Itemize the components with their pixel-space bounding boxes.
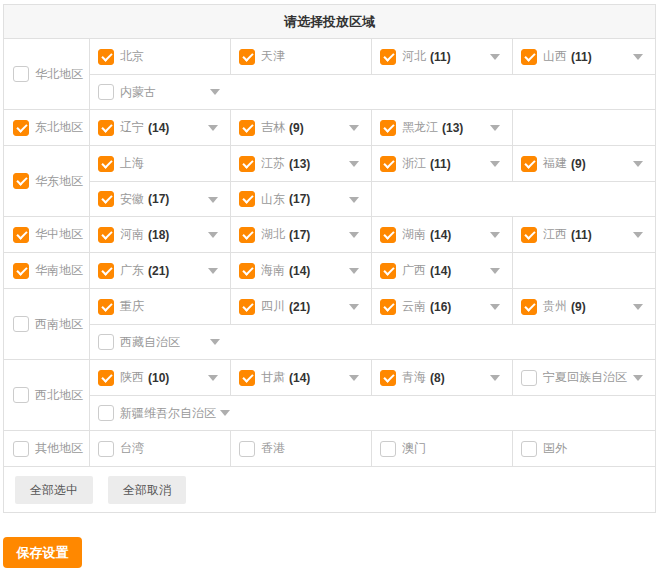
dropdown-arrow-icon[interactable] <box>208 232 218 238</box>
dropdown-arrow-icon[interactable] <box>208 125 218 131</box>
dropdown-arrow-icon[interactable] <box>490 54 500 60</box>
checkbox-unchecked[interactable] <box>521 441 537 457</box>
province-cell[interactable]: 西藏自治区 <box>90 325 655 359</box>
dropdown-arrow-icon[interactable] <box>349 304 359 310</box>
dropdown-arrow-icon[interactable] <box>633 161 643 167</box>
province-cell[interactable]: 新疆维吾尔自治区 <box>90 396 655 430</box>
checkbox-checked[interactable] <box>98 227 114 243</box>
save-settings-button[interactable]: 保存设置 <box>3 537 82 568</box>
checkbox-checked[interactable] <box>13 120 29 136</box>
checkbox-checked[interactable] <box>521 49 537 65</box>
region-group-cell[interactable]: 华中地区 <box>4 217 90 252</box>
checkbox-checked[interactable] <box>239 120 255 136</box>
dropdown-arrow-icon[interactable] <box>349 161 359 167</box>
province-cell[interactable]: 青海(8) <box>372 360 513 395</box>
checkbox-checked[interactable] <box>98 370 114 386</box>
dropdown-arrow-icon[interactable] <box>208 268 218 274</box>
region-group-cell[interactable]: 华南地区 <box>4 253 90 288</box>
region-group-cell[interactable]: 华东地区 <box>4 146 90 216</box>
dropdown-arrow-icon[interactable] <box>490 161 500 167</box>
checkbox-checked[interactable] <box>98 156 114 172</box>
checkbox-checked[interactable] <box>239 49 255 65</box>
dropdown-arrow-icon[interactable] <box>220 410 230 416</box>
province-cell[interactable]: 吉林(9) <box>231 110 372 145</box>
checkbox-checked[interactable] <box>380 299 396 315</box>
checkbox-checked[interactable] <box>521 299 537 315</box>
dropdown-arrow-icon[interactable] <box>490 125 500 131</box>
checkbox-checked[interactable] <box>13 227 29 243</box>
checkbox-unchecked[interactable] <box>98 334 114 350</box>
province-cell[interactable]: 国外 <box>513 431 655 466</box>
province-cell[interactable]: 福建(9) <box>513 146 655 181</box>
dropdown-arrow-icon[interactable] <box>633 54 643 60</box>
province-cell[interactable]: 天津 <box>231 39 372 74</box>
checkbox-checked[interactable] <box>239 299 255 315</box>
dropdown-arrow-icon[interactable] <box>208 197 218 203</box>
province-cell[interactable]: 宁夏回族自治区 <box>513 360 655 395</box>
checkbox-checked[interactable] <box>13 263 29 279</box>
province-cell[interactable]: 江西(11) <box>513 217 655 252</box>
checkbox-checked[interactable] <box>380 370 396 386</box>
checkbox-checked[interactable] <box>239 191 255 207</box>
dropdown-arrow-icon[interactable] <box>210 89 220 95</box>
dropdown-arrow-icon[interactable] <box>490 268 500 274</box>
checkbox-unchecked[interactable] <box>380 441 396 457</box>
province-cell[interactable]: 河北(11) <box>372 39 513 74</box>
province-cell[interactable]: 广东(21) <box>90 253 231 288</box>
province-cell[interactable]: 湖南(14) <box>372 217 513 252</box>
dropdown-arrow-icon[interactable] <box>210 339 220 345</box>
province-cell[interactable]: 上海 <box>90 146 231 181</box>
dropdown-arrow-icon[interactable] <box>349 375 359 381</box>
dropdown-arrow-icon[interactable] <box>349 268 359 274</box>
checkbox-unchecked[interactable] <box>13 441 29 457</box>
checkbox-unchecked[interactable] <box>521 370 537 386</box>
dropdown-arrow-icon[interactable] <box>633 304 643 310</box>
checkbox-checked[interactable] <box>239 227 255 243</box>
checkbox-checked[interactable] <box>98 299 114 315</box>
province-cell[interactable]: 安徽(17) <box>90 182 231 216</box>
province-cell[interactable]: 山西(11) <box>513 39 655 74</box>
province-cell[interactable]: 河南(18) <box>90 217 231 252</box>
province-cell[interactable]: 辽宁(14) <box>90 110 231 145</box>
province-cell[interactable]: 广西(14) <box>372 253 513 288</box>
select-all-button[interactable]: 全部选中 <box>15 476 93 504</box>
dropdown-arrow-icon[interactable] <box>208 375 218 381</box>
checkbox-checked[interactable] <box>13 173 29 189</box>
checkbox-checked[interactable] <box>98 263 114 279</box>
province-cell[interactable]: 澳门 <box>372 431 513 466</box>
checkbox-unchecked[interactable] <box>239 441 255 457</box>
region-group-cell[interactable]: 东北地区 <box>4 110 90 145</box>
checkbox-checked[interactable] <box>239 156 255 172</box>
checkbox-checked[interactable] <box>380 120 396 136</box>
checkbox-checked[interactable] <box>98 120 114 136</box>
checkbox-unchecked[interactable] <box>98 441 114 457</box>
checkbox-checked[interactable] <box>380 227 396 243</box>
checkbox-checked[interactable] <box>98 49 114 65</box>
province-cell[interactable]: 北京 <box>90 39 231 74</box>
province-cell[interactable]: 云南(16) <box>372 289 513 324</box>
province-cell[interactable]: 台湾 <box>90 431 231 466</box>
dropdown-arrow-icon[interactable] <box>490 304 500 310</box>
checkbox-checked[interactable] <box>380 263 396 279</box>
province-cell[interactable]: 山东(17) <box>231 182 372 216</box>
province-cell[interactable]: 甘肃(14) <box>231 360 372 395</box>
dropdown-arrow-icon[interactable] <box>490 375 500 381</box>
province-cell[interactable]: 江苏(13) <box>231 146 372 181</box>
province-cell[interactable]: 贵州(9) <box>513 289 655 324</box>
dropdown-arrow-icon[interactable] <box>633 232 643 238</box>
checkbox-checked[interactable] <box>380 156 396 172</box>
checkbox-unchecked[interactable] <box>13 66 29 82</box>
region-group-cell[interactable]: 西北地区 <box>4 360 90 430</box>
checkbox-checked[interactable] <box>239 263 255 279</box>
dropdown-arrow-icon[interactable] <box>349 232 359 238</box>
checkbox-checked[interactable] <box>521 156 537 172</box>
checkbox-checked[interactable] <box>521 227 537 243</box>
checkbox-checked[interactable] <box>98 191 114 207</box>
province-cell[interactable]: 四川(21) <box>231 289 372 324</box>
province-cell[interactable]: 海南(14) <box>231 253 372 288</box>
dropdown-arrow-icon[interactable] <box>490 232 500 238</box>
province-cell[interactable]: 湖北(17) <box>231 217 372 252</box>
province-cell[interactable]: 浙江(11) <box>372 146 513 181</box>
checkbox-unchecked[interactable] <box>98 405 114 421</box>
region-group-cell[interactable]: 其他地区 <box>4 431 90 466</box>
